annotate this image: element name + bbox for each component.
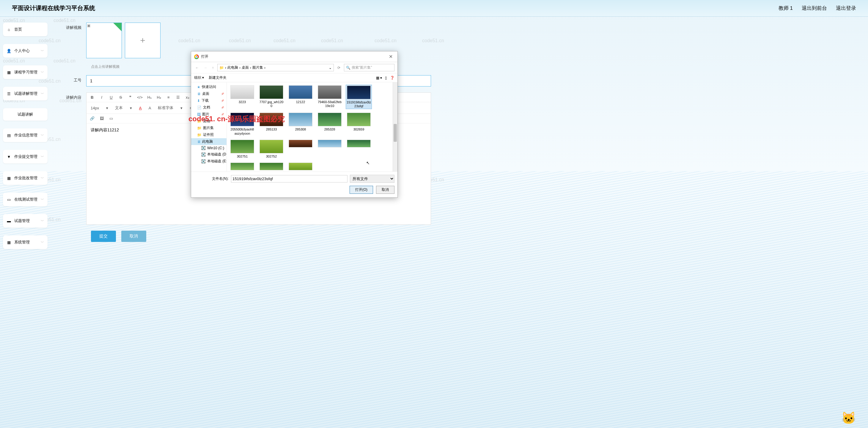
tree-folder-idphotos[interactable]: 📁证件照 (191, 131, 226, 138)
file-item[interactable]: 302659 (346, 112, 372, 136)
upload-icon: ▼ (6, 154, 11, 159)
file-item[interactable] (317, 139, 343, 159)
h1-button[interactable]: H₁ (147, 95, 152, 99)
video-upload-add[interactable]: + (125, 23, 160, 58)
video-button[interactable]: ▭ (108, 116, 114, 121)
cancel-button[interactable]: 取消 (121, 231, 146, 242)
quote-button[interactable]: ❞ (127, 95, 133, 99)
file-item[interactable]: 285328 (317, 112, 343, 136)
logout-link[interactable]: 退出登录 (836, 5, 856, 11)
nav-profile[interactable]: 👤个人中心﹀ (3, 44, 48, 58)
chrome-icon (194, 54, 199, 59)
file-item[interactable] (287, 139, 314, 159)
chevron-down-icon: ﹀ (41, 49, 44, 53)
front-link[interactable]: 退出到前台 (802, 5, 827, 11)
file-item[interactable] (258, 162, 284, 172)
search-input[interactable]: 🔍搜索"图片集" (344, 64, 395, 71)
tree-quick-access[interactable]: ★快速访问 (191, 84, 226, 90)
tree-drive-d[interactable]: 💽本地磁盘 (D:) (191, 151, 226, 158)
nav-homework-submit[interactable]: ▼作业提交管理﹀ (3, 150, 48, 163)
file-item[interactable]: 285133 (258, 112, 284, 136)
tree-folder-pets[interactable]: 📁宠物 (191, 118, 226, 125)
tree-documents[interactable]: 📄文档 (191, 104, 226, 111)
chevron-icon: ▾ (179, 106, 184, 110)
user-label[interactable]: 教师 1 (778, 5, 793, 11)
nav-question-bank[interactable]: ▬试题管理﹀ (3, 214, 48, 228)
nav-homework-grade[interactable]: ▦作业批改管理﹀ (3, 171, 48, 185)
bold-button[interactable]: B (90, 95, 95, 99)
bgcolor-button[interactable]: A (147, 106, 153, 110)
chevron-icon: ▾ (104, 106, 110, 110)
image-button[interactable]: 🖼 (99, 116, 104, 121)
close-button[interactable]: ✕ (387, 54, 395, 59)
tree-folder-images[interactable]: 📁图片集 (191, 125, 226, 131)
tree-desktop[interactable]: 🖥桌面 (191, 90, 226, 97)
file-item[interactable] (287, 162, 314, 172)
ol-button[interactable]: ≡ (166, 95, 171, 99)
ul-button[interactable]: ☰ (175, 95, 181, 99)
organize-menu[interactable]: 组织 ▾ (194, 75, 204, 80)
up-button[interactable]: ↑ (211, 65, 215, 70)
h2-button[interactable]: H₂ (156, 95, 162, 99)
help-button[interactable]: ❓ (390, 76, 395, 80)
video-label: 讲解视频 (62, 23, 86, 30)
download-icon: ⬇ (197, 99, 200, 103)
format-select[interactable]: 文本 (114, 104, 124, 111)
scrollbar-thumb[interactable] (394, 124, 397, 142)
tree-this-pc[interactable]: 🖥此电脑 (191, 138, 226, 145)
link-button[interactable]: 🔗 (90, 116, 95, 121)
filename-input[interactable] (231, 175, 347, 183)
breadcrumb[interactable]: 📁 ›此电脑 ›桌面 ›图片集› ⌄ (217, 64, 334, 71)
tree-downloads[interactable]: ⬇下载 (191, 97, 226, 104)
refresh-button[interactable]: ⟳ (336, 65, 342, 70)
nav-question-explain-sub[interactable]: 试题讲解 (3, 108, 48, 121)
nav-online-test[interactable]: ▭在线测试管理﹀ (3, 193, 48, 206)
disk-icon: 💽 (201, 146, 206, 150)
gear-icon: ▦ (6, 240, 11, 245)
video-thumb-1[interactable]: ▣ (86, 23, 122, 58)
nav-home[interactable]: ⌂首页 (3, 23, 48, 36)
color-button[interactable]: A (137, 106, 143, 110)
test-icon: ▭ (6, 197, 11, 202)
file-thumb (318, 85, 342, 99)
nav-course[interactable]: ▦课程学习管理﹀ (3, 65, 48, 79)
forward-button[interactable]: → (203, 65, 208, 70)
file-thumb (230, 140, 254, 153)
file-item[interactable]: 151919ifsfzav0lz23sfqf (346, 85, 372, 109)
back-button[interactable]: ← (194, 65, 200, 70)
file-item[interactable]: 12122 (287, 85, 314, 109)
check-icon: ▦ (6, 176, 11, 180)
italic-button[interactable]: I (99, 95, 104, 99)
file-item[interactable]: 7707.jpg_wh1200 (258, 85, 284, 109)
view-button[interactable]: ▦ ▾ (376, 76, 382, 80)
nav-question-explain[interactable]: ☰试题讲解管理﹀ (3, 87, 48, 100)
file-item[interactable]: 3223 (229, 85, 255, 109)
submit-button[interactable]: 提交 (91, 231, 116, 242)
file-item[interactable]: 79460-59a62feb19e10 (317, 85, 343, 109)
file-item[interactable] (229, 162, 255, 172)
open-button[interactable]: 打开(O) (349, 186, 373, 194)
file-item[interactable]: 205500b3yaoh8aszydyoon (229, 112, 255, 136)
scrollbar[interactable] (393, 82, 397, 172)
sub-button[interactable]: x₂ (185, 95, 190, 99)
nav-system[interactable]: ▦系统管理﹀ (3, 235, 48, 249)
tree-drive-c[interactable]: 💽Win10 (C:) (191, 145, 226, 151)
file-item[interactable]: 285308 (287, 112, 314, 136)
nav-homework-info[interactable]: ▤作业信息管理﹀ (3, 128, 48, 142)
file-item[interactable]: 302751 (229, 139, 255, 159)
file-item[interactable] (346, 139, 372, 159)
new-folder-button[interactable]: 新建文件夹 (209, 75, 226, 80)
file-thumb (259, 85, 283, 99)
chevron-down-icon: ﹀ (41, 70, 44, 74)
filetype-select[interactable]: 所有文件 (350, 175, 395, 183)
file-item[interactable]: 302752 (258, 139, 284, 159)
fontsize-select[interactable]: 14px (90, 105, 100, 111)
preview-button[interactable]: ▯ (385, 76, 387, 80)
tree-drive-e[interactable]: 💽本地磁盘 (E:) (191, 158, 226, 165)
tree-pictures[interactable]: 🖼图片 (191, 111, 226, 118)
dialog-cancel-button[interactable]: 取消 (376, 186, 395, 194)
code-button[interactable]: </> (137, 95, 143, 99)
underline-button[interactable]: U (108, 95, 114, 99)
strike-button[interactable]: S (118, 95, 123, 99)
fontfamily-select[interactable]: 标准字体 (157, 104, 175, 111)
